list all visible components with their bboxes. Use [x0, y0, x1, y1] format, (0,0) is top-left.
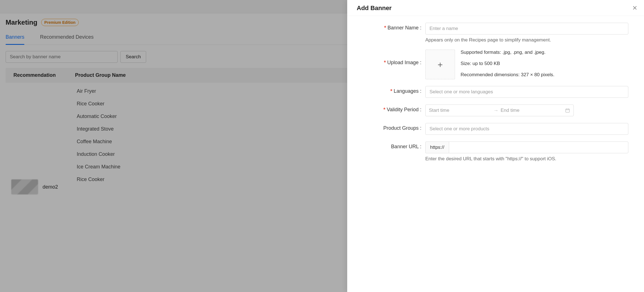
- languages-label: Languages :: [390, 88, 421, 94]
- product-groups-label: Product Groups :: [383, 125, 421, 131]
- start-time-input[interactable]: [429, 108, 491, 113]
- product-groups-select[interactable]: Select one or more products: [425, 123, 628, 135]
- arrow-right-icon: →: [493, 108, 498, 113]
- banner-name-input[interactable]: [425, 23, 628, 34]
- banner-name-label: Banner Name :: [384, 25, 421, 31]
- upload-size-text: Size: up to 500 KB: [461, 61, 554, 66]
- banner-url-input[interactable]: [449, 142, 628, 153]
- upload-image-label: Upload Image :: [384, 60, 421, 65]
- banner-url-label: Banner URL :: [391, 144, 421, 149]
- upload-formats-text: Supported formats: .jpg, .png, and .jpeg…: [461, 50, 554, 55]
- validity-period-picker[interactable]: →: [425, 105, 574, 116]
- languages-select[interactable]: Select one or more languages: [425, 86, 628, 98]
- upload-dimensions-text: Recommended dimensions: 327 × 80 pixels.: [461, 72, 554, 78]
- end-time-input[interactable]: [501, 108, 563, 113]
- banner-url-help: Enter the desired URL that starts with "…: [425, 156, 628, 162]
- banner-name-help: Appears only on the Recipes page to simp…: [425, 37, 628, 43]
- upload-image-info: Supported formats: .jpg, .png, and .jpeg…: [461, 50, 554, 78]
- drawer-title: Add Banner: [357, 4, 392, 12]
- url-protocol-addon: https://: [425, 142, 449, 153]
- upload-image-box[interactable]: ＋: [425, 50, 455, 79]
- close-icon[interactable]: ✕: [632, 5, 637, 11]
- validity-period-label: Validity Period :: [383, 107, 421, 112]
- svg-rect-0: [566, 109, 570, 112]
- add-banner-drawer: Add Banner ✕ Banner Name : Appears only …: [347, 0, 644, 292]
- plus-icon: ＋: [436, 60, 444, 69]
- calendar-icon: [565, 108, 570, 113]
